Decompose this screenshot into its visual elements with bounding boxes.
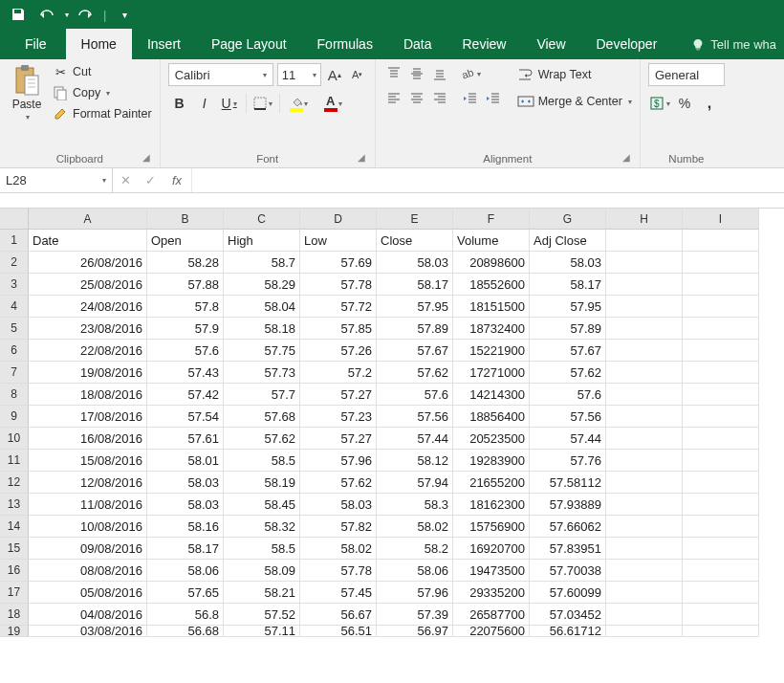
merge-center-button[interactable]: Merge & Center ▾ — [517, 90, 632, 113]
tell-me-search[interactable]: Tell me wha — [684, 30, 784, 59]
cell[interactable]: 15/08/2016 — [29, 450, 147, 472]
cell[interactable]: 03/08/2016 — [29, 626, 147, 637]
cell[interactable]: 57.23 — [300, 406, 377, 428]
clipboard-launcher-icon[interactable]: ◢ — [141, 152, 152, 164]
cell[interactable]: 56.68 — [147, 626, 224, 637]
cell[interactable]: 57.89 — [377, 318, 453, 340]
cell[interactable]: 57.95 — [377, 296, 453, 318]
cell[interactable] — [606, 560, 683, 582]
row-header[interactable]: 19 — [0, 626, 29, 637]
tab-developer[interactable]: Developer — [581, 29, 673, 59]
cell[interactable]: 57.82 — [300, 516, 377, 538]
cell[interactable] — [683, 516, 759, 538]
name-box[interactable]: L28 ▾ — [0, 168, 113, 192]
cell[interactable] — [606, 538, 683, 560]
orientation-icon[interactable]: ab▾ — [460, 63, 481, 84]
row-header[interactable]: 1 — [0, 230, 29, 252]
cell[interactable]: 58.7 — [224, 252, 300, 274]
cell[interactable]: 15221900 — [453, 340, 530, 362]
cell[interactable]: 58.17 — [530, 274, 606, 296]
cell[interactable] — [606, 604, 683, 626]
tab-home[interactable]: Home — [66, 29, 132, 59]
cell[interactable]: 15756900 — [453, 516, 530, 538]
select-all-corner[interactable] — [0, 209, 29, 230]
cell[interactable]: 57.27 — [300, 384, 377, 406]
cell[interactable] — [606, 494, 683, 516]
cell[interactable]: 58.06 — [147, 560, 224, 582]
cell[interactable] — [683, 362, 759, 384]
cell[interactable]: Date — [29, 230, 147, 252]
cell[interactable]: 24/08/2016 — [29, 296, 147, 318]
cell[interactable]: 58.17 — [377, 274, 453, 296]
cell[interactable]: 57.60099 — [530, 582, 606, 604]
cell[interactable]: 09/08/2016 — [29, 538, 147, 560]
cell[interactable]: 58.3 — [377, 494, 453, 516]
cell[interactable]: 58.12 — [377, 450, 453, 472]
cell[interactable] — [606, 384, 683, 406]
font-name-select[interactable]: Calibri ▾ — [168, 63, 273, 86]
copy-button[interactable]: Copy ▾ — [52, 84, 152, 101]
number-format-select[interactable]: General — [648, 63, 725, 86]
cell[interactable]: 57.62 — [377, 362, 453, 384]
cell[interactable]: 18/08/2016 — [29, 384, 147, 406]
cell[interactable] — [606, 406, 683, 428]
cell[interactable] — [683, 538, 759, 560]
cell[interactable]: Adj Close — [530, 230, 606, 252]
cell[interactable]: 19473500 — [453, 560, 530, 582]
cell[interactable]: 57.2 — [300, 362, 377, 384]
cell[interactable] — [606, 340, 683, 362]
percent-format-icon[interactable]: % — [673, 92, 696, 115]
cell[interactable]: 57.42 — [147, 384, 224, 406]
cell[interactable]: 57.75 — [224, 340, 300, 362]
cell[interactable]: 56.67 — [300, 604, 377, 626]
cell[interactable]: 18552600 — [453, 274, 530, 296]
paste-button[interactable]: Paste ▾ — [8, 63, 46, 123]
cell[interactable] — [683, 274, 759, 296]
cell[interactable]: 57.44 — [377, 428, 453, 450]
cell[interactable]: 58.2 — [377, 538, 453, 560]
formula-input[interactable] — [192, 168, 784, 192]
cell[interactable]: 18151500 — [453, 296, 530, 318]
merge-dropdown-icon[interactable]: ▾ — [628, 98, 632, 106]
cell[interactable]: 19283900 — [453, 450, 530, 472]
cell[interactable] — [683, 230, 759, 252]
cell[interactable]: 57.27 — [300, 428, 377, 450]
tab-insert[interactable]: Insert — [132, 29, 196, 59]
cell[interactable]: 58.03 — [147, 494, 224, 516]
wrap-text-button[interactable]: Wrap Text — [517, 63, 632, 86]
font-color-button[interactable]: A ▾ — [319, 92, 342, 115]
cell[interactable]: 08/08/2016 — [29, 560, 147, 582]
redo-icon[interactable] — [73, 2, 98, 27]
cell[interactable]: 58.02 — [300, 538, 377, 560]
cell[interactable]: 57.89 — [530, 318, 606, 340]
undo-dropdown-icon[interactable]: ▾ — [65, 11, 69, 19]
column-header[interactable]: B — [147, 209, 224, 230]
cell[interactable]: 58.02 — [377, 516, 453, 538]
cell[interactable]: 58.18 — [224, 318, 300, 340]
column-header[interactable]: H — [606, 209, 683, 230]
row-header[interactable]: 15 — [0, 538, 29, 560]
tab-view[interactable]: View — [521, 29, 580, 59]
cell[interactable]: 26587700 — [453, 604, 530, 626]
borders-button[interactable]: ▾ — [251, 92, 274, 115]
cell[interactable] — [683, 296, 759, 318]
cell[interactable] — [606, 516, 683, 538]
cell[interactable]: 58.45 — [224, 494, 300, 516]
decrease-font-icon[interactable]: A▾ — [348, 63, 367, 86]
cell[interactable]: 57.68 — [224, 406, 300, 428]
cell[interactable]: 57.62 — [300, 472, 377, 494]
cell[interactable]: 16/08/2016 — [29, 428, 147, 450]
cell[interactable]: 29335200 — [453, 582, 530, 604]
font-size-select[interactable]: 11 ▾ — [277, 63, 321, 86]
tab-data[interactable]: Data — [388, 29, 447, 59]
cell[interactable]: 57.7 — [224, 384, 300, 406]
cell[interactable]: 57.69 — [300, 252, 377, 274]
formula-enter-icon[interactable]: ✓ — [138, 173, 163, 187]
cell[interactable] — [683, 626, 759, 637]
cell[interactable]: 57.85 — [300, 318, 377, 340]
cell[interactable]: 58.16 — [147, 516, 224, 538]
cell[interactable]: 17271000 — [453, 362, 530, 384]
row-header[interactable]: 2 — [0, 252, 29, 274]
align-center-icon[interactable] — [406, 88, 427, 109]
cell[interactable]: 25/08/2016 — [29, 274, 147, 296]
